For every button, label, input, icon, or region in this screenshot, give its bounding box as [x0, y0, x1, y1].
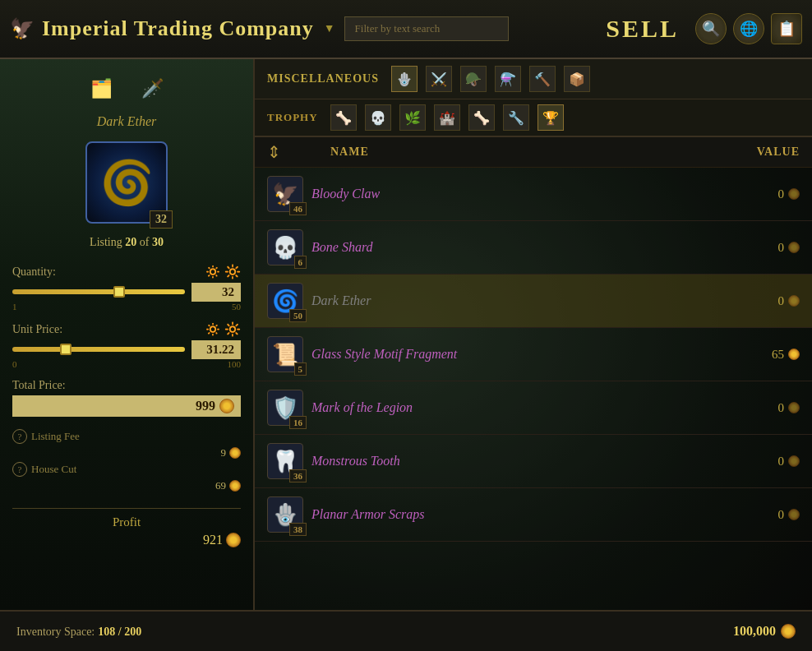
listing-fee-value-row: 9: [12, 446, 241, 459]
right-panel: MISCELLANEOUS 🪬 ⚔️ 🪖 ⚗️ 🔨 📦 TROPHY 🦴 💀 🌿…: [255, 59, 812, 610]
header: 🦅 Imperial Trading Company ▼ SELL 🔍 🌐 📋: [0, 0, 812, 59]
profit-label: Profit: [12, 515, 241, 529]
tab-icons: 🗂️ 🗡️: [84, 72, 169, 106]
item-name: Planar Armor Scraps: [311, 507, 770, 522]
total-price-label: Total Price:: [12, 379, 241, 392]
cat-icon-armor[interactable]: 🪖: [460, 66, 487, 92]
tab-items[interactable]: 🗂️: [84, 72, 118, 106]
listing-fee-label: ? Listing Fee: [12, 429, 80, 444]
house-cut-coin: [229, 480, 241, 492]
subcat-bone2[interactable]: 🦴: [468, 104, 495, 131]
list-item[interactable]: 🦅 46 Bloody Claw 0: [255, 168, 812, 221]
unit-price-value[interactable]: 31.22: [191, 340, 241, 359]
unit-price-slider-thumb[interactable]: [60, 344, 72, 355]
item-icon-container: 🌀 50: [267, 283, 303, 319]
listing-fee-row: ? Listing Fee: [12, 429, 241, 444]
item-value-number: 0: [778, 187, 785, 201]
sub-category-label: TROPHY: [267, 111, 318, 124]
item-value-number: 0: [778, 508, 785, 522]
sort-bar: ⇕ NAME VALUE: [255, 137, 812, 168]
profile-button[interactable]: 🌐: [733, 13, 764, 44]
category-bar: MISCELLANEOUS 🪬 ⚔️ 🪖 ⚗️ 🔨 📦: [255, 59, 812, 99]
house-cut-row: ? House Cut: [12, 462, 241, 477]
item-value: 0: [778, 187, 800, 201]
quantity-icons: 🔅 🔆: [205, 264, 241, 279]
scroll-button[interactable]: 📋: [771, 13, 802, 44]
cat-icon-combat[interactable]: ⚔️: [426, 66, 452, 92]
profit-value: 921: [12, 533, 241, 547]
plus-icon-2[interactable]: 🔆: [224, 321, 241, 337]
sell-label: SELL: [606, 15, 679, 43]
item-value-number: 0: [778, 241, 785, 255]
quantity-value[interactable]: 32: [191, 283, 241, 302]
item-value: 0: [778, 401, 800, 415]
item-count: 38: [289, 523, 307, 536]
search-input[interactable]: [344, 16, 509, 41]
subcat-skull[interactable]: 💀: [365, 104, 391, 131]
house-cut-info-icon[interactable]: ?: [12, 462, 27, 477]
total-price-number: 999: [196, 399, 215, 413]
listing-fee-coin: [229, 447, 241, 459]
item-count: 5: [294, 362, 307, 376]
unit-price-label: Unit Price:: [12, 323, 62, 336]
item-coin: [788, 188, 800, 200]
quantity-slider-labels: 1 50: [12, 302, 241, 312]
item-icon-container: 📜 5: [267, 336, 303, 372]
listing-fee-info-icon[interactable]: ?: [12, 429, 27, 444]
cat-icon-craft[interactable]: 🔨: [529, 66, 556, 92]
house-cut-value: 69: [215, 479, 241, 492]
cat-icon-alchemy[interactable]: ⚗️: [495, 66, 521, 92]
minus-icon[interactable]: 🔅: [205, 264, 221, 279]
list-item[interactable]: 🪬 38 Planar Armor Scraps 0: [255, 488, 812, 542]
unit-price-slider-track: [12, 347, 185, 352]
quantity-slider-thumb[interactable]: [113, 286, 125, 298]
main-category-label: MISCELLANEOUS: [267, 72, 379, 85]
divider: [12, 508, 241, 509]
subcat-leaf[interactable]: 🌿: [399, 104, 426, 131]
unit-price-max: 100: [228, 359, 242, 369]
subcat-bone[interactable]: 🦴: [330, 104, 357, 131]
unit-price-row: 31.22: [12, 340, 241, 359]
chevron-down-icon[interactable]: ▼: [324, 22, 336, 35]
list-item[interactable]: 🌀 50 Dark Ether 0: [255, 275, 812, 328]
unit-price-icons: 🔅 🔆: [205, 321, 241, 337]
item-count: 50: [289, 309, 307, 322]
sort-arrow[interactable]: ⇕: [267, 142, 281, 162]
value-column-header[interactable]: VALUE: [757, 145, 800, 159]
minus-icon-2[interactable]: 🔅: [205, 321, 221, 337]
item-icon-container: 🦷 36: [267, 443, 303, 479]
quantity-max: 50: [232, 302, 241, 312]
item-icon-container: 💀 6: [267, 229, 303, 265]
guild-name: Imperial Trading Company: [42, 16, 314, 41]
item-value-number: 65: [772, 348, 784, 362]
subcat-gear[interactable]: 🔧: [503, 104, 529, 131]
item-name: Monstrous Tooth: [311, 454, 770, 469]
cat-icon-misc[interactable]: 🪬: [391, 66, 418, 92]
list-item[interactable]: 🦷 36 Monstrous Tooth 0: [255, 435, 812, 488]
list-item[interactable]: 📜 5 Glass Style Motif Fragment 65: [255, 328, 812, 381]
cat-icon-other[interactable]: 📦: [564, 66, 590, 92]
gold-coin: [781, 624, 796, 639]
item-name: Dark Ether: [311, 293, 770, 308]
tab-trade[interactable]: 🗡️: [135, 72, 169, 106]
item-coin: [788, 295, 800, 307]
total-price-value: 999: [12, 395, 241, 417]
list-item[interactable]: 💀 6 Bone Shard 0: [255, 221, 812, 275]
item-coin: [788, 455, 800, 467]
search-button[interactable]: 🔍: [695, 13, 727, 44]
item-value: 0: [778, 294, 800, 308]
subcat-tower[interactable]: 🏰: [434, 104, 460, 131]
item-name: Bone Shard: [311, 240, 770, 255]
plus-icon[interactable]: 🔆: [224, 264, 241, 279]
item-value: 0: [778, 455, 800, 469]
item-coin: [788, 402, 800, 413]
category-icons: 🪬 ⚔️ 🪖 ⚗️ 🔨 📦: [391, 66, 590, 92]
list-item[interactable]: 🛡️ 16 Mark of the Legion 0: [255, 381, 812, 435]
inventory-info: Inventory Space: 108 / 200: [16, 624, 141, 639]
quantity-slider-container: [12, 284, 185, 300]
gold-number: 100,000: [733, 624, 776, 639]
subcat-trophy[interactable]: 🏆: [537, 104, 564, 131]
name-column-header[interactable]: NAME: [330, 145, 757, 159]
item-coin: [788, 242, 800, 253]
item-icon-container: 🛡️ 16: [267, 390, 303, 426]
